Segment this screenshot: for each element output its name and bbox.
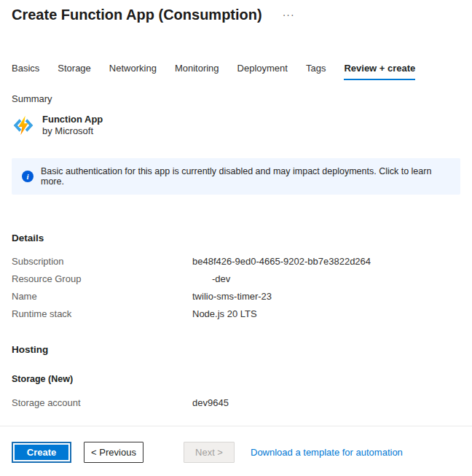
storage-new-heading: Storage (New) — [12, 374, 460, 384]
page-title: Create Function App (Consumption) — [12, 7, 262, 23]
runtime-stack-value: Node.js 20 LTS — [192, 308, 257, 319]
storage-account-label: Storage account — [12, 397, 192, 408]
page-header: Create Function App (Consumption) ··· — [12, 0, 460, 25]
footer-bar: Create < Previous Next > Download a temp… — [12, 426, 460, 463]
banner-text: Basic authentication for this app is cur… — [41, 166, 450, 187]
next-button[interactable]: Next > — [184, 442, 235, 463]
tab-basics[interactable]: Basics — [12, 63, 39, 80]
subscription-label: Subscription — [12, 256, 192, 267]
tab-networking[interactable]: Networking — [109, 63, 157, 80]
tab-storage[interactable]: Storage — [58, 63, 91, 80]
function-app-icon — [12, 114, 35, 137]
create-function-app-page: Create Function App (Consumption) ··· Ba… — [0, 0, 472, 476]
runtime-stack-label: Runtime stack — [12, 308, 192, 319]
details-heading: Details — [12, 233, 460, 243]
product-text: Function App by Microsoft — [42, 114, 103, 137]
name-value: twilio-sms-timer-23 — [192, 291, 272, 302]
previous-button[interactable]: < Previous — [84, 442, 143, 463]
name-label: Name — [12, 291, 192, 302]
storage-account-value: dev9645 — [192, 397, 229, 408]
tab-deployment[interactable]: Deployment — [237, 63, 288, 80]
table-row: Storage account dev9645 — [12, 394, 460, 411]
tab-review-create[interactable]: Review + create — [344, 63, 415, 80]
tab-tags[interactable]: Tags — [306, 63, 326, 80]
product-summary: Function App by Microsoft — [12, 113, 460, 138]
create-button[interactable]: Create — [12, 442, 71, 463]
summary-heading: Summary — [12, 93, 460, 104]
wizard-tabs: Basics Storage Networking Monitoring Dep… — [12, 63, 460, 80]
resource-group-value: -dev — [192, 273, 230, 284]
tab-monitoring[interactable]: Monitoring — [175, 63, 219, 80]
subscription-value: be48f426-9ed0-4665-9202-bb7e3822d264 — [192, 256, 371, 267]
resource-group-label: Resource Group — [12, 273, 192, 284]
table-row: Runtime stack Node.js 20 LTS — [12, 305, 460, 322]
hosting-heading: Hosting — [12, 344, 460, 355]
hosting-rows: Storage account dev9645 — [12, 394, 460, 411]
details-rows: Subscription be48f426-9ed0-4665-9202-bb7… — [12, 252, 460, 322]
info-icon: i — [22, 171, 34, 182]
product-publisher: by Microsoft — [42, 125, 103, 137]
download-template-link[interactable]: Download a template for automation — [251, 447, 403, 458]
more-options-icon[interactable]: ··· — [280, 8, 298, 21]
table-row: Resource Group -dev — [12, 270, 460, 287]
table-row: Subscription be48f426-9ed0-4665-9202-bb7… — [12, 252, 460, 270]
table-row: Name twilio-sms-timer-23 — [12, 287, 460, 305]
basic-auth-info-banner[interactable]: i Basic authentication for this app is c… — [12, 158, 460, 195]
product-name: Function App — [42, 114, 103, 125]
